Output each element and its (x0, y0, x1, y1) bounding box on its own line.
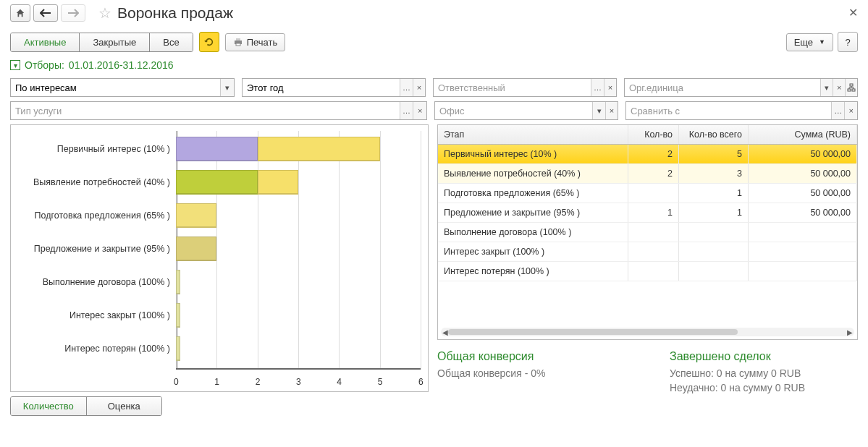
chart-bar-row: Выявление потребностей (40% ) (176, 170, 298, 195)
cell-qty (628, 242, 679, 261)
tab-closed[interactable]: Закрытые (80, 33, 150, 51)
cell-sum: 50 000,00 (749, 184, 857, 203)
chart-category-label: Первичный интерес (10% ) (17, 144, 176, 154)
table-row[interactable]: Интерес потерян (100% ) (438, 262, 857, 281)
th-sum[interactable]: Сумма (RUB) (749, 125, 857, 144)
cell-stage: Выполнение договора (100% ) (438, 223, 628, 242)
table-row[interactable]: Выполнение договора (100% ) (438, 223, 857, 242)
chart-category-label: Выявление потребностей (40% ) (17, 177, 176, 187)
deals-success: Успешно: 0 на сумму 0 RUB (670, 367, 858, 379)
table-row[interactable]: Подготовка предложения (65% )150 000,00 (438, 184, 857, 203)
svg-rect-5 (852, 89, 855, 91)
chart-bar-segment[interactable] (176, 170, 258, 195)
print-button[interactable]: Печать (225, 33, 286, 51)
chart-bar-row: Первичный интерес (10% ) (176, 137, 380, 161)
responsible-input[interactable] (434, 79, 591, 96)
scroll-left-icon[interactable]: ◀ (442, 328, 448, 336)
scroll-right-icon[interactable]: ▶ (847, 328, 853, 336)
cell-sum: 50 000,00 (749, 145, 857, 163)
compare-input[interactable] (626, 102, 831, 119)
cell-total (679, 223, 749, 242)
clear-icon[interactable]: × (833, 79, 845, 96)
dropdown-icon[interactable]: ▾ (820, 79, 833, 96)
table-row[interactable]: Выявление потребностей (40% )2350 000,00 (438, 164, 857, 184)
cell-sum: 50 000,00 (749, 203, 857, 222)
cell-total: 3 (679, 164, 749, 183)
chart-bar-row: Интерес закрыт (100% ) (176, 303, 180, 328)
th-stage[interactable]: Этап (438, 125, 628, 144)
forward-button[interactable] (61, 4, 85, 22)
ellipsis-icon[interactable]: … (831, 102, 844, 119)
clear-icon[interactable]: × (605, 102, 618, 119)
hierarchy-icon[interactable] (845, 79, 857, 96)
chart-bar-row: Выполнение договора (100% ) (176, 270, 180, 294)
clear-icon[interactable]: × (844, 102, 857, 119)
dropdown-icon[interactable]: ▾ (592, 102, 604, 119)
cell-sum (749, 242, 857, 261)
tab-estimate[interactable]: Оценка (87, 397, 162, 415)
chart-bar-row: Подготовка предложения (65% ) (176, 203, 216, 228)
axis-tick: 1 (214, 377, 219, 387)
svg-rect-2 (236, 43, 240, 46)
axis-tick: 2 (256, 377, 261, 387)
cell-stage: Интерес закрыт (100% ) (438, 242, 628, 261)
more-button[interactable]: Еще ▼ (786, 33, 833, 51)
office-input[interactable] (435, 102, 592, 119)
chart-bar-segment[interactable] (176, 203, 216, 228)
table-row[interactable]: Предложение и закрытие (95% )1150 000,00 (438, 203, 857, 223)
cell-qty: 1 (628, 203, 679, 222)
tab-all[interactable]: Все (150, 33, 192, 51)
cell-total (679, 242, 749, 261)
cell-total: 1 (679, 203, 749, 222)
ellipsis-icon[interactable]: … (400, 102, 413, 119)
refresh-button[interactable] (199, 32, 219, 52)
tab-active[interactable]: Активные (11, 33, 80, 51)
clear-icon[interactable]: × (413, 79, 425, 96)
cell-stage: Предложение и закрытие (95% ) (438, 203, 628, 222)
org-unit-input[interactable] (625, 79, 820, 96)
chart-category-label: Предложение и закрытие (95% ) (17, 244, 176, 254)
cell-sum (749, 262, 857, 281)
chevron-down-icon: ▼ (819, 38, 825, 46)
grouping-input[interactable] (11, 79, 220, 96)
back-button[interactable] (33, 4, 58, 22)
service-type-input[interactable] (11, 102, 400, 119)
chart-bar-row: Предложение и закрытие (95% ) (176, 237, 216, 261)
chart-bar-segment[interactable] (258, 170, 298, 195)
ellipsis-icon[interactable]: … (400, 79, 412, 96)
favorite-star-icon[interactable]: ☆ (98, 4, 111, 22)
close-icon[interactable]: ✕ (848, 6, 858, 20)
cell-qty (628, 184, 679, 203)
th-qty[interactable]: Кол-во (628, 125, 679, 144)
printer-icon (233, 38, 243, 46)
clear-icon[interactable]: × (413, 102, 426, 119)
scroll-thumb[interactable] (448, 329, 738, 335)
chart-bar-segment[interactable] (258, 137, 380, 161)
print-label: Печать (247, 37, 278, 48)
period-input[interactable] (243, 79, 400, 96)
clear-icon[interactable]: × (604, 79, 616, 96)
filters-toggle[interactable]: ▾ (10, 60, 20, 70)
status-tabs: Активные Закрытые Все (10, 33, 193, 52)
chart-category-label: Интерес потерян (100% ) (17, 344, 176, 354)
cell-qty: 2 (628, 164, 679, 183)
filters-value: 01.01.2016-31.12.2016 (69, 59, 174, 71)
help-button[interactable]: ? (838, 32, 858, 52)
cell-stage: Первичный интерес (10% ) (438, 145, 628, 163)
table-row[interactable]: Интерес закрыт (100% ) (438, 242, 857, 262)
chart-bar-segment[interactable] (176, 137, 258, 161)
cell-sum (749, 223, 857, 242)
dropdown-icon[interactable]: ▾ (220, 79, 234, 96)
home-button[interactable] (10, 4, 30, 22)
cell-total (679, 262, 749, 281)
chart-bar-row: Интерес потерян (100% ) (176, 336, 180, 361)
tab-quantity[interactable]: Количество (11, 397, 87, 415)
cell-total: 5 (679, 145, 749, 163)
ellipsis-icon[interactable]: … (591, 79, 603, 96)
svg-rect-4 (848, 89, 851, 91)
chart-bar-segment[interactable] (176, 237, 216, 261)
th-total[interactable]: Кол-во всего (679, 125, 749, 144)
table-row[interactable]: Первичный интерес (10% )2550 000,00 (438, 145, 857, 164)
cell-total: 1 (679, 184, 749, 203)
horizontal-scrollbar[interactable]: ◀ ▶ (441, 328, 854, 336)
